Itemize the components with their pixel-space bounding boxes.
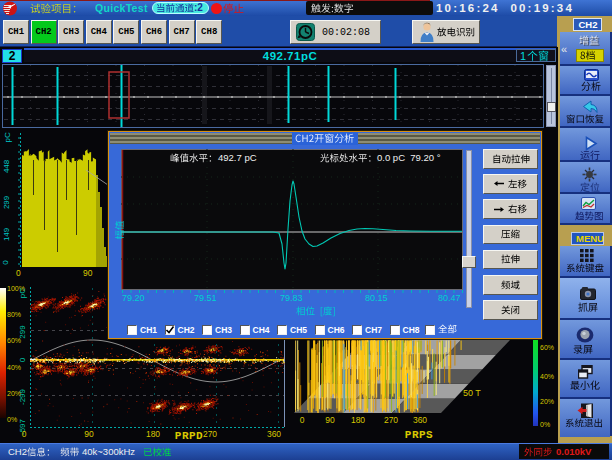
svg-text:180: 180 bbox=[146, 429, 160, 439]
svg-text:299: 299 bbox=[18, 325, 27, 339]
svg-text:20%: 20% bbox=[540, 398, 554, 405]
svg-text:0: 0 bbox=[300, 415, 305, 425]
svg-text:PRPS: PRPS bbox=[405, 429, 433, 441]
svg-text:PRPD: PRPD bbox=[175, 430, 203, 442]
svg-text:0%: 0% bbox=[540, 421, 550, 428]
svg-text:-299: -299 bbox=[18, 388, 27, 405]
svg-text:270: 270 bbox=[203, 429, 217, 439]
svg-text:90: 90 bbox=[325, 415, 335, 425]
svg-text:50 T: 50 T bbox=[463, 388, 481, 398]
svg-text:0: 0 bbox=[22, 429, 27, 439]
svg-text:360: 360 bbox=[267, 429, 281, 439]
svg-text:0%: 0% bbox=[7, 416, 17, 423]
svg-text:80%: 80% bbox=[7, 311, 21, 318]
svg-text:270: 270 bbox=[384, 415, 398, 425]
svg-text:pC: pC bbox=[18, 288, 27, 298]
svg-text:180: 180 bbox=[351, 415, 365, 425]
svg-text:0: 0 bbox=[18, 357, 27, 362]
svg-text:360: 360 bbox=[413, 415, 427, 425]
svg-text:90: 90 bbox=[84, 429, 94, 439]
svg-text:40%: 40% bbox=[540, 373, 554, 380]
svg-text:40%: 40% bbox=[7, 364, 21, 371]
svg-text:60%: 60% bbox=[540, 344, 554, 351]
